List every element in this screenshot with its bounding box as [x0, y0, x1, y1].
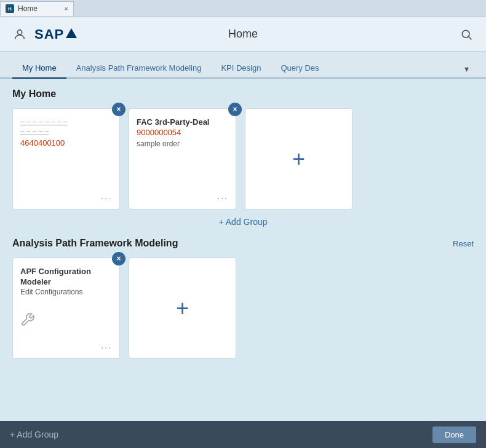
- tab-title: Home: [18, 4, 38, 13]
- card-2-number: 9000000054: [137, 128, 228, 137]
- bottom-add-group-label: + Add Group: [10, 430, 58, 439]
- card-2-more-button[interactable]: ···: [137, 193, 228, 203]
- apf-card-title-line2: Modeler: [20, 277, 112, 286]
- analysis-cards-row: × APF Configuration Modeler Edit Configu…: [12, 257, 474, 359]
- tab-my-home[interactable]: My Home: [12, 58, 66, 79]
- analysis-add-card-button[interactable]: +: [129, 257, 236, 359]
- tab-close-button[interactable]: ×: [65, 5, 68, 12]
- my-home-add-card-button[interactable]: +: [245, 108, 353, 210]
- svg-point-0: [17, 29, 22, 34]
- apf-wrench-icon: [20, 312, 112, 327]
- tab-kpi-design[interactable]: KPI Design: [211, 58, 271, 79]
- search-button[interactable]: [456, 25, 476, 44]
- app-header: SAP Home: [0, 17, 486, 52]
- card-1-more-button[interactable]: ···: [20, 193, 112, 203]
- apf-card-sub: Edit Configurations: [20, 288, 112, 296]
- browser-tab[interactable]: H Home ×: [0, 1, 74, 16]
- my-home-cards-row: × – – – – – – – – – – – – – 4640400100 ·…: [12, 108, 474, 210]
- apf-config-card[interactable]: × APF Configuration Modeler Edit Configu…: [12, 257, 120, 359]
- sap-diamond-icon: [66, 28, 77, 38]
- my-home-card-2[interactable]: × FAC 3rd-Party-Deal 9000000054 sample o…: [129, 108, 236, 210]
- page-title: Home: [228, 28, 258, 41]
- card-1-line2: – – – – –: [20, 127, 112, 136]
- my-home-add-group-button[interactable]: + Add Group: [12, 217, 474, 227]
- nav-tabs-more-button[interactable]: ▾: [460, 59, 474, 79]
- search-icon: [460, 28, 472, 41]
- apf-card-close-button[interactable]: ×: [112, 252, 125, 265]
- bottom-add-group-button[interactable]: + Add Group: [10, 430, 58, 439]
- card-1-close-button[interactable]: ×: [112, 103, 125, 116]
- tab-analysis-path[interactable]: Analysis Path Framework Modeling: [66, 58, 212, 79]
- analysis-section-title: Analysis Path Framework Modeling: [12, 238, 178, 249]
- card-1-number: 4640400100: [20, 138, 112, 147]
- add-group-label: + Add Group: [218, 217, 267, 227]
- my-home-card-1[interactable]: × – – – – – – – – – – – – – 4640400100 ·…: [12, 108, 120, 210]
- apf-card-title-line1: APF Configuration: [20, 267, 112, 276]
- user-icon: [13, 28, 26, 41]
- sap-logo: SAP: [34, 26, 77, 42]
- card-2-sub: sample order: [137, 140, 228, 148]
- reset-button[interactable]: Reset: [453, 239, 474, 248]
- nav-tabs: My Home Analysis Path Framework Modeling…: [0, 52, 486, 79]
- svg-line-2: [469, 36, 472, 39]
- user-icon-button[interactable]: [10, 25, 30, 44]
- sap-text: SAP: [34, 26, 64, 42]
- apf-card-more-button[interactable]: ···: [20, 342, 112, 352]
- card-2-close-button[interactable]: ×: [228, 103, 242, 116]
- bottom-bar: + Add Group Done: [0, 421, 486, 448]
- main-content: My Home × – – – – – – – – – – – – – 4640…: [0, 79, 486, 421]
- tab-query-des[interactable]: Query Des: [271, 58, 329, 79]
- my-home-section-title: My Home: [12, 88, 474, 100]
- svg-point-1: [462, 30, 469, 37]
- done-button[interactable]: Done: [432, 426, 476, 443]
- card-1-line1: – – – – – – – –: [20, 117, 112, 126]
- browser-tab-bar: H Home ×: [0, 0, 486, 17]
- analysis-section-header: Analysis Path Framework Modeling Reset: [12, 238, 474, 249]
- card-2-title: FAC 3rd-Party-Deal: [137, 117, 228, 127]
- tab-favicon: H: [6, 4, 14, 13]
